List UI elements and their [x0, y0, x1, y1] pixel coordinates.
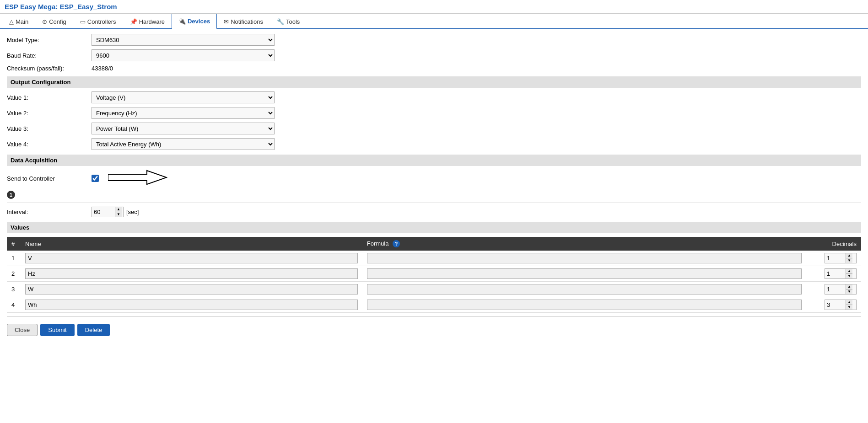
name-input[interactable] — [25, 253, 358, 263]
baud-rate-label: Baud Rate: — [7, 52, 92, 59]
nav-item-notifications[interactable]: ✉ Notifications — [217, 14, 270, 29]
decimals-input[interactable] — [825, 269, 846, 278]
decimals-spinner: ▲▼ — [825, 268, 857, 279]
interval-spinner: ▲ ▼ — [92, 207, 124, 217]
send-to-controller-label: Send to Controller — [7, 175, 92, 182]
delete-button[interactable]: Delete — [77, 324, 110, 336]
decimals-up-btn[interactable]: ▲ — [846, 253, 852, 258]
table-row: 4▲▼ — [7, 297, 861, 313]
nav-label-hardware: Hardware — [139, 18, 165, 25]
table-row: 1▲▼ — [7, 251, 861, 266]
nav-label-tools: Tools — [286, 18, 300, 25]
row-num: 2 — [7, 266, 21, 282]
interval-row: Interval: ▲ ▼ [sec] — [7, 207, 861, 217]
formula-input[interactable] — [367, 253, 802, 263]
row-num: 1 — [7, 251, 21, 266]
tools-icon: 🔧 — [277, 18, 284, 25]
send-to-controller-checkbox[interactable] — [92, 175, 99, 182]
value3-select[interactable]: Power Total (W) — [92, 123, 275, 134]
table-row: 3▲▼ — [7, 282, 861, 297]
col-header-decimals: Decimals — [806, 237, 861, 251]
value2-row: Value 2: Frequency (Hz) — [7, 107, 861, 119]
decimals-up-btn[interactable]: ▲ — [846, 269, 852, 274]
name-input[interactable] — [25, 300, 358, 310]
divider1 — [7, 203, 861, 203]
row-name-cell — [21, 282, 362, 297]
formula-help-icon[interactable]: ? — [393, 240, 400, 247]
col-header-formula: Formula ? — [362, 237, 806, 251]
decimals-down-btn[interactable]: ▼ — [846, 305, 852, 310]
decimals-down-btn[interactable]: ▼ — [846, 274, 852, 278]
decimals-up-btn[interactable]: ▲ — [846, 300, 852, 305]
value2-select[interactable]: Frequency (Hz) — [92, 107, 275, 119]
nav-item-controllers[interactable]: ▭ Controllers — [73, 14, 123, 29]
decimals-down-btn[interactable]: ▼ — [846, 258, 852, 263]
nav-label-notifications: Notifications — [231, 18, 263, 25]
nav-item-config[interactable]: ⊙ Config — [35, 14, 73, 29]
formula-input[interactable] — [367, 300, 802, 310]
model-type-label: Model Type: — [7, 37, 92, 43]
decimals-spinner-btns: ▲▼ — [846, 284, 852, 294]
interval-input[interactable] — [92, 208, 115, 216]
decimals-input[interactable] — [825, 300, 846, 309]
row-formula-cell — [362, 282, 806, 297]
decimals-spinner-btns: ▲▼ — [846, 253, 852, 263]
interval-down-btn[interactable]: ▼ — [115, 212, 122, 217]
submit-button[interactable]: Submit — [40, 324, 74, 336]
nav-label-controllers: Controllers — [87, 18, 116, 25]
bottom-buttons: Close Submit Delete — [7, 324, 861, 336]
devices-icon: 🔌 — [178, 18, 186, 25]
formula-input[interactable] — [367, 268, 802, 279]
table-row: 2▲▼ — [7, 266, 861, 282]
row-decimals-cell: ▲▼ — [806, 297, 861, 313]
main-icon: △ — [9, 18, 14, 25]
row-name-cell — [21, 266, 362, 282]
name-input[interactable] — [25, 284, 358, 294]
name-input[interactable] — [25, 268, 358, 279]
baud-rate-row: Baud Rate: 9600 — [7, 49, 861, 61]
close-button[interactable]: Close — [7, 324, 38, 336]
decimals-spinner: ▲▼ — [825, 284, 857, 294]
interval-spinner-btns: ▲ ▼ — [115, 207, 122, 217]
row-formula-cell — [362, 251, 806, 266]
send-to-controller-row: Send to Controller — [7, 170, 861, 187]
baud-rate-select[interactable]: 9600 — [92, 49, 275, 61]
value4-select[interactable]: Total Active Energy (Wh) — [92, 138, 275, 150]
value4-row: Value 4: Total Active Energy (Wh) — [7, 138, 861, 150]
formula-input[interactable] — [367, 284, 802, 294]
value1-select[interactable]: Voltage (V) — [92, 91, 275, 103]
interval-up-btn[interactable]: ▲ — [115, 207, 122, 212]
nav-item-hardware[interactable]: 📌 Hardware — [123, 14, 172, 29]
nav-item-main[interactable]: △ Main — [2, 14, 35, 29]
row-formula-cell — [362, 266, 806, 282]
decimals-spinner-btns: ▲▼ — [846, 269, 852, 278]
row-name-cell — [21, 297, 362, 313]
svg-marker-0 — [108, 171, 167, 184]
decimals-input[interactable] — [825, 254, 846, 262]
nav-item-tools[interactable]: 🔧 Tools — [270, 14, 307, 29]
value3-label: Value 3: — [7, 125, 92, 132]
value4-label: Value 4: — [7, 141, 92, 148]
page-title: ESP Easy Mega: ESP_Easy_Strom — [5, 3, 863, 11]
decimals-down-btn[interactable]: ▼ — [846, 289, 852, 294]
checksum-value: 43388/0 — [92, 65, 113, 72]
checksum-row: Checksum (pass/fail): 43388/0 — [7, 65, 861, 72]
col-header-num: # — [7, 237, 21, 251]
hardware-icon: 📌 — [130, 18, 137, 25]
nav-item-devices[interactable]: 🔌 Devices — [172, 14, 217, 29]
model-type-select[interactable]: SDM630 — [92, 34, 275, 46]
decimals-input[interactable] — [825, 285, 846, 294]
controllers-icon: ▭ — [80, 18, 86, 25]
decimals-spinner: ▲▼ — [825, 300, 857, 310]
decimals-up-btn[interactable]: ▲ — [846, 284, 852, 289]
value2-label: Value 2: — [7, 110, 92, 117]
row-formula-cell — [362, 297, 806, 313]
row-decimals-cell: ▲▼ — [806, 251, 861, 266]
model-type-row: Model Type: SDM630 — [7, 34, 861, 46]
row-num: 4 — [7, 297, 21, 313]
decimals-spinner-btns: ▲▼ — [846, 300, 852, 310]
row-num: 3 — [7, 282, 21, 297]
arrow-annotation — [108, 170, 167, 187]
config-icon: ⊙ — [42, 18, 47, 25]
title-bar: ESP Easy Mega: ESP_Easy_Strom — [0, 0, 868, 14]
